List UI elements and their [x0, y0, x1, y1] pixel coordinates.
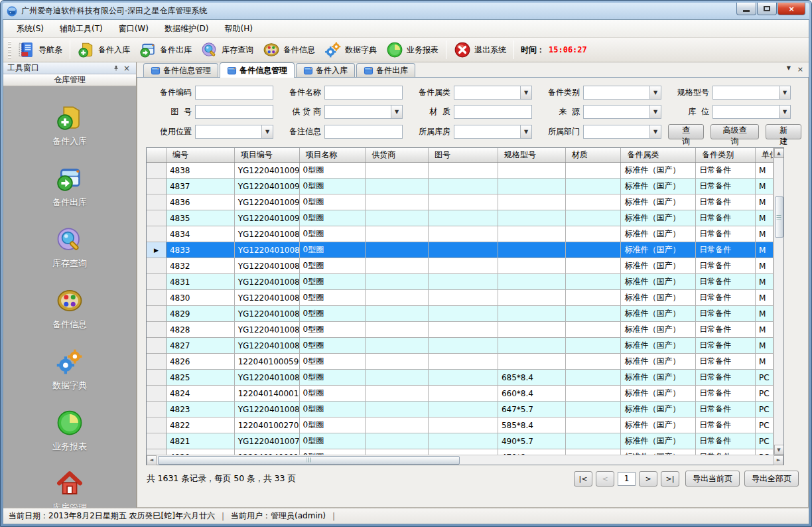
row-header-cell[interactable]: [147, 163, 167, 179]
toolbar-button-data-dict[interactable]: 数据字典: [320, 39, 381, 60]
page-number-input[interactable]: [618, 472, 636, 486]
menu-item-1[interactable]: 辅助工具(T): [52, 21, 111, 37]
field-dropdown[interactable]: ▼: [712, 86, 791, 100]
row-header-cell[interactable]: [147, 306, 167, 322]
column-header-0[interactable]: 编号: [167, 148, 235, 162]
row-header-cell[interactable]: [147, 210, 167, 226]
chevron-down-icon[interactable]: ▼: [779, 106, 790, 118]
advanced-query-button[interactable]: 高级查询: [710, 124, 760, 139]
sidebar-item-parts-info[interactable]: 备件信息: [52, 287, 87, 331]
row-header-cell[interactable]: [147, 179, 167, 194]
table-row[interactable]: 4825YG122040100810型圈685*8.4标准件（国产）日常备件PC: [147, 370, 774, 386]
tab-close-icon[interactable]: ×: [797, 65, 803, 74]
chevron-down-icon[interactable]: ▼: [779, 86, 790, 99]
row-header-cell[interactable]: [147, 402, 167, 417]
chevron-down-icon[interactable]: ▼: [520, 125, 531, 138]
column-header-2[interactable]: 项目名称: [300, 148, 366, 162]
export-all-pages-button[interactable]: 导出全部页: [744, 471, 799, 487]
field-input[interactable]: [454, 105, 532, 119]
row-header-cell[interactable]: [147, 258, 167, 274]
toolbar-button-stock-query[interactable]: 库存查询: [196, 39, 258, 60]
toolbar-button-parts-inbound[interactable]: 备件入库: [73, 39, 135, 60]
column-header-8[interactable]: 备件类别: [696, 148, 756, 162]
table-row[interactable]: 4832YG122040100870型圈标准件（国产）日常备件M: [147, 258, 774, 274]
tab-3[interactable]: 备件出库: [356, 63, 415, 77]
toolbar-button-parts-outbound[interactable]: 备件出库: [135, 39, 196, 60]
last-page-button[interactable]: >|: [661, 471, 679, 487]
chevron-down-icon[interactable]: ▼: [520, 86, 531, 99]
table-row-selected[interactable]: ▶4833YG122040100880型圈标准件（国产）日常备件M: [147, 242, 774, 258]
row-header-cell[interactable]: [147, 290, 167, 306]
vertical-scroll-thumb[interactable]: [775, 196, 783, 238]
row-header-cell[interactable]: [147, 354, 167, 370]
query-button[interactable]: 查询: [668, 124, 704, 139]
table-row[interactable]: 4837YG122040100920型圈标准件（国产）日常备件M: [147, 179, 774, 194]
column-header-5[interactable]: 规格型号: [498, 148, 566, 162]
prev-page-button[interactable]: <: [596, 471, 614, 487]
toolbar-button-report[interactable]: 业务报表: [381, 39, 443, 60]
toolbar-button-navigator[interactable]: 导航条: [13, 39, 67, 60]
table-row[interactable]: 4827YG122040100820型圈标准件（国产）日常备件M: [147, 338, 774, 354]
pin-icon[interactable]: [111, 63, 121, 74]
field-dropdown[interactable]: ▼: [583, 105, 661, 119]
vertical-scrollbar[interactable]: ▲ ▼: [774, 148, 783, 455]
row-header-cell[interactable]: [147, 433, 167, 449]
row-header-cell[interactable]: [147, 386, 167, 402]
field-input[interactable]: [195, 86, 273, 100]
sidebar-item-warehouse[interactable]: 库房管理: [52, 470, 87, 508]
chevron-down-icon[interactable]: ▼: [261, 125, 273, 138]
field-dropdown[interactable]: ▼: [583, 125, 661, 139]
tab-0[interactable]: 备件信息管理: [143, 63, 218, 77]
toolbar-button-exit[interactable]: 退出系统: [449, 39, 511, 60]
field-dropdown[interactable]: ▼: [712, 105, 791, 119]
export-current-page-button[interactable]: 导出当前页: [685, 471, 740, 487]
table-row[interactable]: 4829YG122040100840型圈标准件（国产）日常备件M: [147, 306, 774, 322]
tool-window-close-icon[interactable]: ×: [121, 63, 132, 74]
table-row[interactable]: 4830YG122040100850型圈标准件（国产）日常备件M: [147, 290, 774, 306]
table-row[interactable]: 4834YG122040100890型圈标准件（国产）日常备件M: [147, 226, 774, 242]
maximize-button[interactable]: [757, 3, 777, 15]
menu-item-3[interactable]: 数据维护(D): [157, 21, 217, 37]
table-row[interactable]: 4838YG122040100930型圈标准件（国产）日常备件M: [147, 163, 774, 179]
column-header-1[interactable]: 项目编号: [235, 148, 300, 162]
field-input[interactable]: [324, 86, 403, 100]
horizontal-scroll-thumb[interactable]: [158, 456, 460, 465]
field-input[interactable]: [324, 125, 403, 139]
sidebar-item-data-dict[interactable]: 数据字典: [52, 348, 87, 392]
table-row[interactable]: 482012204014000130型圈470*8标准件（国产）日常备件PC: [147, 449, 774, 455]
scroll-down-icon[interactable]: ▼: [774, 445, 784, 455]
tab-2[interactable]: 备件入库: [296, 63, 355, 77]
table-row[interactable]: 4831YG122040100860型圈标准件（国产）日常备件M: [147, 274, 774, 290]
tab-menu-chevron-down-icon[interactable]: ▼: [787, 65, 791, 74]
column-header-3[interactable]: 供货商: [366, 148, 429, 162]
chevron-down-icon[interactable]: ▼: [649, 125, 661, 138]
row-header-cell[interactable]: [147, 194, 167, 210]
chevron-down-icon[interactable]: ▼: [649, 106, 661, 118]
row-header-cell[interactable]: [147, 370, 167, 386]
table-row[interactable]: 482612204010005990型圈标准件（国产）日常备件M: [147, 354, 774, 370]
tab-1-active[interactable]: 备件信息管理: [220, 62, 295, 78]
scroll-left-icon[interactable]: ◄: [147, 455, 157, 465]
sidebar-item-parts-outbound[interactable]: 备件出库: [52, 165, 87, 208]
field-dropdown[interactable]: ▼: [454, 86, 532, 100]
new-button[interactable]: 新建: [766, 124, 801, 139]
horizontal-scrollbar[interactable]: ◄ ►: [147, 455, 783, 465]
row-header-cell[interactable]: [147, 322, 167, 338]
row-header-cell[interactable]: [147, 338, 167, 354]
menu-item-4[interactable]: 帮助(H): [217, 21, 261, 37]
column-header-4[interactable]: 图号: [429, 148, 498, 162]
sidebar-item-stock-query[interactable]: 库存查询: [52, 226, 87, 269]
first-page-button[interactable]: |<: [574, 471, 592, 487]
row-header-cell[interactable]: [147, 274, 167, 290]
field-dropdown[interactable]: ▼: [583, 86, 661, 100]
table-row[interactable]: 4823YG122040100800型圈647*5.7标准件（国产）日常备件PC: [147, 402, 774, 417]
table-row[interactable]: 4836YG122040100910型圈标准件（国产）日常备件M: [147, 194, 774, 210]
close-button[interactable]: ×: [778, 3, 805, 15]
scroll-right-icon[interactable]: ►: [774, 455, 783, 465]
sidebar-item-parts-inbound[interactable]: 备件入库: [52, 104, 87, 147]
field-dropdown[interactable]: ▼: [195, 125, 273, 139]
column-header-7[interactable]: 备件属类: [621, 148, 696, 162]
sidebar-item-report[interactable]: 业务报表: [52, 409, 87, 453]
table-row[interactable]: 4835YG122040100900型圈标准件（国产）日常备件M: [147, 210, 774, 226]
table-row[interactable]: 482412204014000120型圈660*8.4标准件（国产）日常备件PC: [147, 386, 774, 402]
